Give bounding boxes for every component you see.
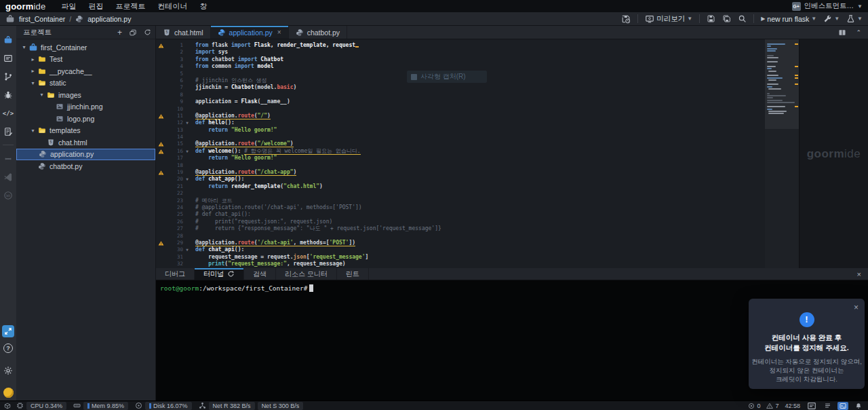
tree-item-images[interactable]: ▾images bbox=[16, 89, 155, 101]
code-line-26[interactable]: 26# print("request.json:", request.json) bbox=[156, 219, 799, 225]
tree-item-first_Container[interactable]: ▾first_Container bbox=[16, 41, 155, 54]
menu-창[interactable]: 창 bbox=[193, 1, 213, 12]
code-line-18[interactable]: 18 bbox=[156, 162, 799, 169]
code-line-13[interactable]: 13 return "Hello goorm!" bbox=[156, 127, 799, 134]
tree-item-templates[interactable]: ▾templates bbox=[16, 125, 155, 137]
activity-briefcase[interactable] bbox=[0, 31, 16, 49]
code-line-17[interactable]: 17 return "Hello goorm!" bbox=[156, 155, 799, 162]
chevron-right-icon[interactable]: ▸ bbox=[29, 56, 37, 62]
tree-item-chat.html[interactable]: 5chat.html bbox=[16, 136, 155, 149]
chevron-down-icon[interactable]: ▾ bbox=[20, 44, 28, 50]
preview-button[interactable]: 미리보기▼ bbox=[645, 14, 692, 24]
code-line-12[interactable]: 12▼def hello(): bbox=[156, 119, 799, 126]
activity-bug[interactable] bbox=[0, 86, 16, 104]
code-line-23[interactable]: 23# 메아리 코드 bbox=[156, 198, 799, 204]
chevron-right-icon[interactable]: ▸ bbox=[29, 68, 37, 74]
statusbar-panel-button[interactable] bbox=[806, 402, 817, 410]
tab-chat.html[interactable]: 5chat.html bbox=[156, 26, 211, 39]
code-line-30[interactable]: 30▼def chat_api(): bbox=[156, 246, 799, 253]
activity-code[interactable]: </> bbox=[0, 104, 16, 122]
close-tab-icon[interactable]: × bbox=[277, 29, 281, 36]
save-all-button[interactable] bbox=[722, 14, 731, 23]
tab-application.py[interactable]: application.py× bbox=[211, 26, 289, 39]
statusbar-list-button[interactable] bbox=[822, 402, 833, 410]
code-line-9[interactable]: 9application = Flask(__name__) bbox=[156, 98, 799, 105]
close-panel-icon[interactable]: × bbox=[850, 268, 868, 280]
settings-gear-button[interactable] bbox=[0, 361, 16, 379]
code-line-32[interactable]: 32 print("request_message:", request_mes… bbox=[156, 261, 799, 267]
code-line-21[interactable]: 21 return render_template("chat.html") bbox=[156, 183, 799, 190]
menu-편집[interactable]: 편집 bbox=[82, 1, 109, 12]
fold-icon[interactable]: ▼ bbox=[183, 176, 191, 183]
search-button[interactable] bbox=[738, 14, 747, 23]
code-line-29[interactable]: 29@application.route('/chat-api', method… bbox=[156, 240, 799, 246]
chevron-down-icon[interactable]: ▾ bbox=[29, 80, 37, 86]
code-line-7[interactable]: 7jjinchin = Chatbot(model.basic) bbox=[156, 84, 799, 91]
run-command-dropdown[interactable]: ▶new run flask▼ bbox=[761, 15, 816, 23]
activity-lab[interactable]: lab bbox=[0, 186, 16, 204]
code-line-11[interactable]: 11@application.route("/") bbox=[156, 113, 799, 119]
error-count[interactable]: 0 bbox=[748, 403, 760, 409]
code-line-22[interactable]: 22 bbox=[156, 190, 799, 197]
code-line-1[interactable]: 1from flask import Flask, render_templat… bbox=[156, 42, 799, 49]
tree-item-chatbot.py[interactable]: chatbot.py bbox=[16, 160, 155, 172]
credit-coin-icon[interactable] bbox=[3, 388, 14, 398]
account-widget[interactable]: G+ 인베스트먼트… ▼ bbox=[792, 1, 863, 11]
collapse-panel-icon[interactable]: ⌃ bbox=[856, 29, 861, 36]
collapse-all-button[interactable] bbox=[129, 29, 137, 37]
code-line-14[interactable]: 14 bbox=[156, 134, 799, 141]
tree-item-application.py[interactable]: application.py bbox=[16, 149, 155, 161]
chevron-down-icon[interactable]: ▾ bbox=[29, 128, 37, 134]
fold-icon[interactable]: ▼ bbox=[183, 148, 191, 155]
chevron-down-icon[interactable]: ▾ bbox=[38, 92, 45, 98]
code-line-31[interactable]: 31 request_message = request.json['reque… bbox=[156, 254, 799, 261]
code-line-28[interactable]: 28 bbox=[156, 233, 799, 240]
code-line-25[interactable]: 25# def chat_api(): bbox=[156, 211, 799, 218]
breadcrumb-project[interactable]: first_Container bbox=[19, 15, 65, 23]
tree-item-jjinchin.png[interactable]: jjinchin.png bbox=[16, 101, 155, 113]
code-line-8[interactable]: 8 bbox=[156, 92, 799, 98]
panel-tab-검색[interactable]: 검색 bbox=[244, 268, 276, 280]
tree-item-logo.png[interactable]: logo.png bbox=[16, 113, 155, 125]
panel-tab-린트[interactable]: 린트 bbox=[337, 268, 369, 280]
warning-count[interactable]: 7 bbox=[766, 403, 778, 409]
code-line-24[interactable]: 24# @application.route('/chat-api', meth… bbox=[156, 204, 799, 211]
tree-item-__pycache__[interactable]: ▸__pycache__ bbox=[16, 65, 155, 77]
terminal[interactable]: root@goorm:/workspace/first_Container# bbox=[156, 280, 868, 296]
help-button[interactable]: ? bbox=[3, 343, 13, 353]
activity-lint[interactable] bbox=[0, 122, 16, 141]
refresh-tree-button[interactable] bbox=[144, 29, 151, 36]
activity-git-branch[interactable] bbox=[0, 67, 16, 86]
fold-icon[interactable]: ▼ bbox=[183, 119, 191, 126]
code-line-20[interactable]: 20▼def chat_app(): bbox=[156, 176, 799, 183]
menu-파일[interactable]: 파일 bbox=[55, 1, 82, 12]
code-line-10[interactable]: 10 bbox=[156, 106, 799, 113]
menu-컨테이너[interactable]: 컨테이너 bbox=[151, 1, 193, 12]
build-tools-dropdown[interactable]: ▼ bbox=[823, 14, 840, 23]
statusbar-terminal-button[interactable] bbox=[837, 402, 848, 410]
activity-panel[interactable] bbox=[0, 49, 16, 67]
save-button[interactable] bbox=[707, 14, 715, 23]
code-line-3[interactable]: 3from chatbot import Chatbot bbox=[156, 56, 799, 63]
activity-jupyter[interactable] bbox=[0, 149, 16, 168]
tree-item-static[interactable]: ▾static bbox=[16, 77, 155, 90]
minimap[interactable] bbox=[765, 39, 799, 268]
new-file-button[interactable]: + bbox=[117, 28, 122, 37]
split-editor-icon[interactable] bbox=[837, 29, 848, 37]
code-line-19[interactable]: 19@application.route("/chat-app") bbox=[156, 169, 799, 176]
code-line-2[interactable]: 2import sys bbox=[156, 49, 799, 56]
breadcrumb-file[interactable]: application.py bbox=[87, 15, 131, 23]
panel-tab-리소스 모니터[interactable]: 리소스 모니터 bbox=[276, 268, 337, 280]
close-icon[interactable]: × bbox=[854, 303, 859, 312]
test-tools-dropdown[interactable]: ▼ bbox=[846, 14, 863, 23]
tree-item-Test[interactable]: ▸Test bbox=[16, 54, 155, 66]
code-line-15[interactable]: 15@application.route("/welcome") bbox=[156, 141, 799, 147]
code-line-4[interactable]: 4from common import model bbox=[156, 63, 799, 70]
code-line-27[interactable]: 27# return {"response_message": "나도 " + … bbox=[156, 225, 799, 232]
code-line-16[interactable]: 16▼def welcome(): # 함수명은 꼭 welcome일 필요는 … bbox=[156, 148, 799, 155]
panel-tab-디버그[interactable]: 디버그 bbox=[156, 268, 195, 280]
tab-chatbot.py[interactable]: chatbot.py bbox=[289, 26, 347, 39]
history-save-button[interactable] bbox=[621, 14, 631, 24]
refresh-icon[interactable] bbox=[227, 270, 235, 278]
fold-icon[interactable]: ▼ bbox=[183, 246, 191, 253]
